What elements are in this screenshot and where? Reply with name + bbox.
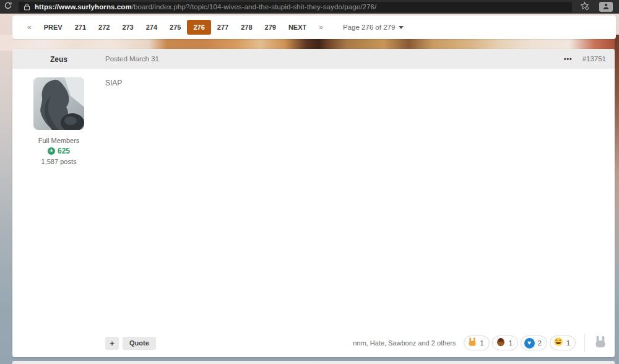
- browser-profile-button[interactable]: [599, 2, 613, 12]
- multiquote-button[interactable]: +: [105, 337, 119, 350]
- reputation-count: 625: [58, 147, 70, 155]
- post-body: Full Members + 625 1,587 posts SIAP: [12, 69, 615, 165]
- last-page-button[interactable]: »: [313, 20, 329, 35]
- page-button-278[interactable]: 278: [235, 20, 258, 34]
- post-date-link[interactable]: Posted March 31: [105, 55, 564, 63]
- url-field[interactable]: https://www.surlyhorns.com/board/index.p…: [19, 2, 572, 12]
- profile-avatar-icon: [602, 1, 610, 12]
- page-button-274[interactable]: 274: [140, 20, 163, 34]
- page-button-273[interactable]: 273: [116, 20, 139, 34]
- post-number-link[interactable]: #13751: [582, 55, 606, 63]
- post-footer: + Quote nnm, Hate, Sawbonz and 2 others …: [105, 335, 608, 351]
- reputation-badge: + 625: [48, 147, 70, 155]
- page-button-272[interactable]: 272: [92, 20, 116, 34]
- laughing-emoji-icon: [553, 337, 563, 349]
- browser-address-bar: https://www.surlyhorns.com/board/index.p…: [0, 0, 619, 14]
- url-domain: https://www.surlyhorns.com: [35, 3, 132, 11]
- reload-button[interactable]: [1, 0, 15, 14]
- page-button-271[interactable]: 271: [69, 20, 92, 34]
- plus-circle-icon: +: [48, 147, 55, 155]
- post-card: Zeus Posted March 31 ••• #13751: [12, 49, 615, 357]
- brown-custom-emoji-icon: [496, 337, 506, 349]
- page-indicator-label: Page 276 of 279: [343, 24, 395, 31]
- reaction-pill-laugh[interactable]: 1: [550, 336, 576, 350]
- url-path: /board/index.php?/topic/104-wives-and-th…: [132, 3, 376, 11]
- reaction-pill-horns[interactable]: 1: [464, 336, 490, 350]
- bookmark-button[interactable]: [577, 0, 592, 14]
- author-avatar[interactable]: [33, 77, 84, 130]
- prev-page-button[interactable]: PREV: [38, 20, 69, 34]
- horns-hand-emoji-icon: [467, 337, 477, 349]
- add-reaction-button[interactable]: [592, 335, 608, 351]
- divider: [584, 334, 585, 352]
- reaction-count: 2: [538, 339, 542, 347]
- reload-icon: [4, 1, 12, 12]
- lock-icon[interactable]: [24, 3, 30, 11]
- url-text: https://www.surlyhorns.com/board/index.p…: [35, 3, 376, 11]
- page-button-276-active[interactable]: 276: [187, 20, 210, 35]
- post-count-label: 1,587 posts: [41, 158, 77, 165]
- horns-hand-gray-icon: [594, 335, 607, 351]
- reaction-count: 1: [566, 339, 570, 347]
- page-button-279[interactable]: 279: [259, 20, 282, 34]
- post-options-menu[interactable]: •••: [564, 56, 573, 63]
- post-content-text: SIAP: [105, 69, 122, 165]
- quote-button[interactable]: Quote: [123, 337, 156, 350]
- author-username-link[interactable]: Zeus: [50, 55, 67, 64]
- first-page-button[interactable]: «: [21, 20, 38, 35]
- reaction-count: 1: [509, 339, 513, 347]
- page-jump-dropdown[interactable]: Page 276 of 279: [343, 24, 404, 31]
- post-header: Zeus Posted March 31 ••• #13751: [12, 49, 615, 69]
- next-page-button[interactable]: NEXT: [282, 20, 313, 34]
- blue-heart-emoji-icon: ♥: [524, 338, 535, 349]
- bookmark-star-icon: [580, 1, 589, 13]
- forum-page: https://www.surlyhorns.com/board/index.p…: [0, 0, 619, 364]
- author-panel: Full Members + 625 1,587 posts: [12, 69, 105, 165]
- statue-avatar-image: [33, 77, 84, 130]
- background-photo-edge: [615, 35, 619, 282]
- member-group-label: Full Members: [38, 137, 80, 144]
- chevron-down-icon: [399, 26, 404, 29]
- reactions-summary-link[interactable]: nnm, Hate, Sawbonz and 2 others: [353, 339, 456, 347]
- page-button-277[interactable]: 277: [211, 20, 235, 34]
- page-button-275[interactable]: 275: [163, 20, 187, 34]
- reaction-count: 1: [480, 339, 484, 347]
- next-post-card-edge: [12, 361, 615, 364]
- reaction-pill-custom[interactable]: 1: [492, 336, 518, 350]
- reaction-pill-heart[interactable]: ♥ 2: [521, 336, 547, 350]
- pagination-bar: « PREV 271 272 273 274 275 276 277 278 2…: [12, 15, 616, 39]
